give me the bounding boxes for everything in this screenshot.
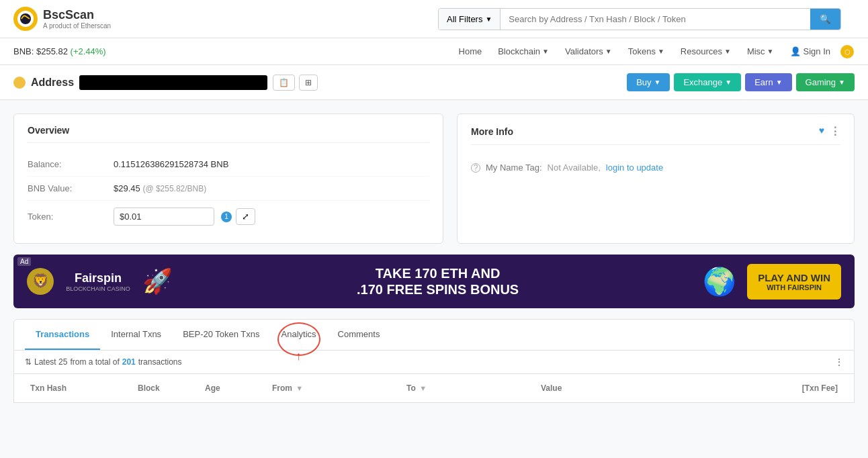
logo-title: BscScan	[43, 8, 111, 22]
search-area: All Filters ▼ 🔍	[438, 8, 841, 30]
nav-blockchain[interactable]: Blockchain ▼	[491, 42, 556, 60]
th-from: From ▼	[267, 381, 401, 396]
filter-dropdown-button[interactable]: All Filters ▼	[439, 9, 501, 30]
ad-line1: TAKE 170 ETH AND	[183, 265, 692, 281]
tab-transactions[interactable]: Transactions	[25, 320, 100, 350]
tab-bep20[interactable]: BEP-20 Token Txns	[172, 320, 270, 350]
rocket-icon: 🚀	[142, 267, 173, 295]
table-header: Txn Hash Block Age From ▼ To ▼ Value [Tx…	[13, 374, 855, 403]
bscscan-logo-icon	[13, 7, 38, 31]
address-value	[79, 75, 267, 90]
ad-label: Ad	[17, 257, 31, 266]
token-wrap: $0.01 1 ⤢	[114, 208, 255, 226]
txn-prefix: Latest 25	[34, 357, 67, 367]
name-tag-label: My Name Tag:	[486, 163, 542, 173]
nav-tokens-chevron: ▼	[658, 48, 664, 55]
top-header: BscScan A product of Etherscan All Filte…	[0, 0, 868, 38]
more-info-title: More Info ♥ ⋮	[471, 125, 840, 145]
signin-person-icon: 👤	[790, 46, 801, 56]
nav-links: Home Blockchain ▼ Validators ▼ Tokens ▼ …	[452, 42, 855, 60]
bnb-value-label: BNB Value:	[28, 183, 108, 193]
bnb-value: $29.45 (@ $255.82/BNB)	[114, 183, 206, 193]
action-buttons: Buy ▼ Exchange ▼ Earn ▼ Gaming ▼	[627, 73, 855, 91]
address-bar: Address 📋 ⊞ Buy ▼ Exchange ▼ Earn ▼ Gami…	[0, 65, 868, 100]
token-row: Token: $0.01 1 ⤢	[28, 201, 429, 232]
earn-chevron-icon: ▼	[776, 79, 783, 86]
buy-chevron-icon: ▼	[654, 79, 661, 86]
th-txn-hash: Txn Hash	[25, 381, 132, 396]
expand-icon: ⤢	[242, 212, 249, 222]
balance-label: Balance:	[28, 159, 108, 169]
nav-resources[interactable]: Resources ▼	[674, 42, 738, 60]
nav-blockchain-chevron: ▼	[542, 48, 549, 55]
exchange-chevron-icon: ▼	[725, 79, 732, 86]
nav-validators[interactable]: Validators ▼	[558, 42, 619, 60]
nav-misc[interactable]: Misc ▼	[740, 42, 781, 60]
cta-main: PLAY AND WIN	[758, 272, 830, 283]
txn-info-options[interactable]: ⋮	[835, 357, 843, 367]
login-to-update-link[interactable]: login to update	[606, 163, 663, 173]
search-icon: 🔍	[820, 14, 831, 24]
buy-button[interactable]: Buy ▼	[627, 73, 670, 91]
ad-text: TAKE 170 ETH AND .170 FREE SPINS BONUS	[183, 265, 692, 297]
balance-row: Balance: 0.115126386291528734 BNB	[28, 152, 429, 177]
th-age[interactable]: Age	[200, 381, 267, 396]
copy-icon: 📋	[279, 78, 289, 87]
tab-internal-txns[interactable]: Internal Txns	[100, 320, 172, 350]
fairspin-cta-button[interactable]: PLAY AND WIN WITH FAIRSPIN	[747, 264, 841, 300]
bnb-price-change: (+2.44%)	[71, 46, 106, 56]
search-input[interactable]	[501, 9, 810, 30]
copy-address-button[interactable]: 📋	[273, 75, 295, 91]
address-avatar-icon	[13, 77, 26, 89]
more-options-icon[interactable]: ⋮	[830, 125, 840, 138]
address-actions: 📋 ⊞	[273, 75, 318, 91]
txn-count: 201	[122, 357, 136, 367]
tab-comments[interactable]: Comments	[327, 320, 391, 350]
filter-chevron-icon: ▼	[485, 15, 492, 23]
exchange-button[interactable]: Exchange ▼	[674, 73, 741, 91]
ad-line2: .170 FREE SPINS BONUS	[183, 281, 692, 297]
token-expand-button[interactable]: ⤢	[236, 208, 255, 225]
bnb-price: BNB: $255.82 (+2.44%)	[13, 46, 106, 56]
ad-banner[interactable]: Ad 🦁 Fairspin BLOCKCHAIN CASINO 🚀 TAKE 1…	[13, 255, 855, 308]
gaming-button[interactable]: Gaming ▼	[796, 73, 855, 91]
fairspin-brand: Fairspin	[75, 271, 122, 285]
cards-row: Overview Balance: 0.115126386291528734 B…	[13, 113, 855, 244]
nav-resources-chevron: ▼	[724, 48, 731, 55]
txn-suffix: transactions	[138, 357, 182, 367]
earn-button[interactable]: Earn ▼	[745, 73, 791, 91]
bnb-value-row: BNB Value: $29.45 (@ $255.82/BNB)	[28, 177, 429, 201]
more-info-icons: ♥ ⋮	[819, 125, 840, 138]
network-icon[interactable]: ⬡	[840, 44, 855, 59]
txn-info-row: ⇅ Latest 25 from a total of 201 transact…	[13, 351, 855, 374]
nav-validators-chevron: ▼	[605, 48, 612, 55]
th-block: Block	[132, 381, 200, 396]
tab-analytics[interactable]: Analytics ↑	[271, 320, 327, 350]
fairspin-sub: BLOCKCHAIN CASINO	[66, 285, 130, 292]
filter-label: All Filters	[447, 14, 482, 24]
token-select[interactable]: $0.01	[114, 208, 214, 226]
ad-content: 🦁 Fairspin BLOCKCHAIN CASINO 🚀 TAKE 170 …	[13, 264, 855, 300]
balance-value: 0.115126386291528734 BNB	[114, 159, 228, 169]
qr-address-button[interactable]: ⊞	[299, 75, 318, 91]
txn-middle: from a total of	[70, 357, 119, 367]
from-filter-icon[interactable]: ▼	[296, 384, 303, 392]
cta-sub: WITH FAIRSPIN	[758, 283, 830, 291]
overview-title: Overview	[28, 125, 429, 143]
overview-card: Overview Balance: 0.115126386291528734 B…	[13, 113, 443, 244]
name-tag-help-icon[interactable]: ?	[471, 163, 480, 173]
th-value: Value	[535, 381, 776, 396]
th-to: To ▼	[401, 381, 535, 396]
token-badge: 1	[221, 212, 232, 222]
nav-home[interactable]: Home	[452, 42, 489, 60]
svg-text:🦁: 🦁	[32, 273, 49, 289]
address-label: Address	[31, 77, 74, 89]
search-button[interactable]: 🔍	[810, 9, 840, 30]
fairspin-logo: Fairspin BLOCKCHAIN CASINO	[64, 271, 132, 292]
address-left: Address 📋 ⊞	[13, 75, 318, 91]
to-filter-icon[interactable]: ▼	[419, 384, 427, 392]
favorite-icon[interactable]: ♥	[819, 125, 824, 138]
nav-signin[interactable]: 👤 Sign In	[783, 42, 837, 60]
nav-tokens[interactable]: Tokens ▼	[621, 42, 671, 60]
th-txn-fee: [Txn Fee]	[776, 381, 843, 396]
